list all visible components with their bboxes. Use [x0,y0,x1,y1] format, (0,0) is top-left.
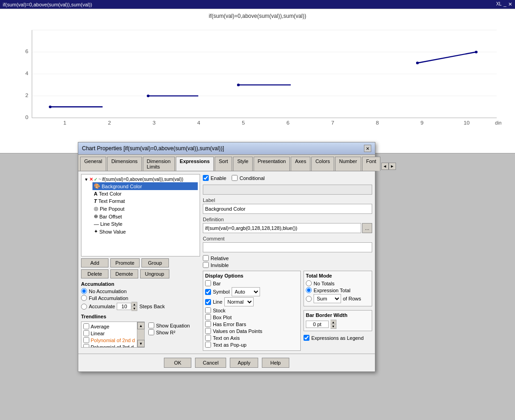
no-accumulation-radio[interactable] [81,288,87,294]
ungroup-button[interactable]: Ungroup [140,269,169,278]
expr-legend-checkbox[interactable] [304,335,309,341]
trend-poly3[interactable]: Polynomial of 3rd d [82,344,136,347]
trend-linear[interactable]: Linear [82,330,136,337]
ok-button[interactable]: OK [164,358,191,368]
tab-axes[interactable]: Axes [291,157,310,171]
comment-group: Comment [203,236,372,252]
text-on-axis-checkbox[interactable] [205,335,211,341]
sum-select[interactable]: Sum [314,294,341,303]
symbol-select[interactable]: Auto Circle Square [232,287,260,296]
show-r2-cb[interactable] [148,329,154,335]
minimize-icon[interactable]: _ [504,1,506,7]
bbw-title: Bar Border Width [306,312,370,318]
tree-item-show-value[interactable]: ✦ Show Value [92,228,198,235]
values-on-data-label: Values on Data Points [213,328,262,334]
tree-item-text-color[interactable]: A Text Color [92,190,198,197]
tree-item-label-sv: Show Value [99,229,126,235]
trend-poly3-cb[interactable] [83,344,89,347]
show-equation-cb[interactable] [148,322,154,328]
text-on-axis-row: Text on Axis [205,335,298,341]
tab-expressions[interactable]: Expressions [176,157,214,171]
relative-checkbox[interactable] [203,255,209,261]
dialog-close-button[interactable]: ✕ [364,145,371,152]
tree-item-bar-offset[interactable]: ⊕ Bar Offset [92,213,198,220]
text-as-popup-checkbox[interactable] [205,342,211,348]
definition-browse-btn[interactable]: … [362,223,372,233]
promote-button[interactable]: Promote [110,258,140,267]
tab-scroll-left[interactable]: ◄ [381,163,389,170]
tree-item-pie-popout[interactable]: ◎ Pie Popout [92,205,198,213]
tree-item-label-pp: Pie Popout [100,206,125,212]
steps-up[interactable]: ▲ [131,302,137,306]
tab-dimensions[interactable]: Dimensions [107,157,141,171]
tab-presentation[interactable]: Presentation [254,157,290,171]
tab-font[interactable]: Font [362,157,380,171]
tab-dimension-limits[interactable]: Dimension Limits [143,157,175,171]
line-select[interactable]: Normal Dashed Dotted [224,297,254,306]
symbol-checkbox[interactable] [205,289,211,295]
trend-scroll-down[interactable]: ▼ [137,340,145,347]
bbw-down[interactable]: ▼ [331,324,336,328]
tab-sort[interactable]: Sort [215,157,232,171]
full-accumulation-radio[interactable] [81,295,87,301]
apply-button[interactable]: Apply [230,358,258,368]
bbw-up[interactable]: ▲ [331,320,336,324]
accumulate-radio[interactable] [81,304,87,310]
steps-down[interactable]: ▼ [131,306,137,311]
expr-tree-root[interactable]: ▼ ✕ ✓ ~ if(sum(val)=0,above(sum(val)),su… [83,176,198,182]
group-button[interactable]: Group [141,258,169,267]
tab-number[interactable]: Number [335,157,361,171]
definition-input[interactable] [203,223,361,233]
stock-checkbox[interactable] [205,307,211,313]
tab-colors[interactable]: Colors [311,157,334,171]
tree-item-label-tf: Text Format [98,198,125,204]
steps-input[interactable] [117,303,131,310]
cancel-button[interactable]: Cancel [195,358,226,368]
invisible-checkbox[interactable] [203,262,209,268]
help-button[interactable]: Help [262,358,289,368]
line-checkbox[interactable] [205,299,211,305]
svg-point-28 [416,62,419,65]
expr-check-icon: ✓ [94,177,98,182]
tab-general[interactable]: General [80,157,106,171]
conditional-checkbox[interactable] [232,175,238,181]
tree-item-text-format[interactable]: T Text Format [92,197,198,205]
bbw-input[interactable] [306,321,329,328]
trend-average[interactable]: Average [82,323,136,330]
expression-total-radio[interactable] [306,287,312,293]
box-plot-checkbox[interactable] [205,314,211,320]
sum-radio[interactable] [306,296,312,302]
delete-button[interactable]: Delete [81,269,108,278]
trend-scrollbar[interactable]: ▲ ▼ [137,322,144,347]
svg-text:9: 9 [420,120,423,125]
values-on-data-checkbox[interactable] [205,328,211,334]
demote-button[interactable]: Demote [110,269,138,278]
tree-item-background-color[interactable]: 🎨 Background Color [92,182,198,190]
tree-item-line-style[interactable]: — Line Style [92,220,198,228]
comment-input[interactable] [203,242,372,252]
trend-average-cb[interactable] [83,323,89,329]
enable-checkbox[interactable] [203,175,209,181]
tab-bar: General Dimensions Dimension Limits Expr… [78,155,375,171]
tree-item-label-tc: Text Color [99,191,122,196]
trend-scroll-up[interactable]: ▲ [137,322,145,329]
bar-checkbox[interactable] [205,280,211,286]
top-input[interactable] [203,185,372,195]
add-button[interactable]: Add [81,258,108,267]
label-input[interactable] [203,204,372,214]
no-totals-radio[interactable] [306,280,312,286]
trend-poly2-cb[interactable] [83,337,89,343]
tab-style[interactable]: Style [233,157,252,171]
full-accumulation-row: Full Accumulation [81,295,200,301]
tab-scroll-right[interactable]: ► [389,163,396,170]
steps-spinner[interactable]: ▲ ▼ [117,302,137,311]
expr-delete-icon: ✕ [89,177,93,182]
error-bars-checkbox[interactable] [205,321,211,327]
trend-linear-cb[interactable] [83,330,89,336]
expression-tree[interactable]: ▼ ✕ ✓ ~ if(sum(val)=0,above(sum(val)),su… [81,174,200,256]
close-icon[interactable]: ✕ [508,1,512,7]
collapse-icon[interactable]: ▼ [84,177,88,182]
trend-average-label: Average [91,324,109,329]
trend-list[interactable]: Average Linear Polynomial of 2nd d [81,322,137,347]
trend-poly2[interactable]: Polynomial of 2nd d [82,337,136,344]
